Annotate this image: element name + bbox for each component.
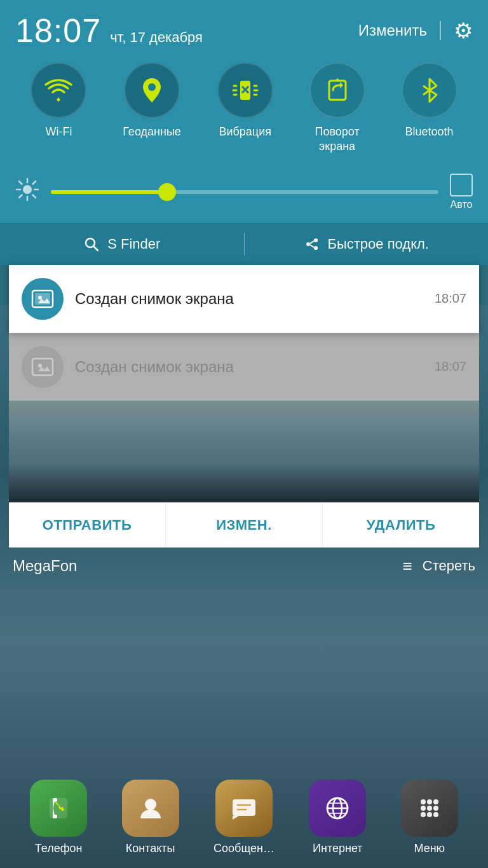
dock-phone[interactable]: Телефон [30,780,87,855]
brightness-thumb[interactable] [158,183,176,201]
svg-point-43 [427,799,432,804]
toggle-geodata[interactable]: Геоданные [123,62,181,139]
dock: Телефон Контакты Сообщен… [0,780,488,855]
date: чт, 17 декабря [110,29,203,46]
finder-row: S Finder Быстрое подкл. [0,223,488,265]
svg-point-42 [421,799,426,804]
svg-point-31 [38,364,42,368]
svg-point-48 [421,812,426,817]
delete-button[interactable]: УДАЛИТЬ [323,503,479,548]
svg-point-50 [433,812,438,817]
notif-time-1: 18:07 [435,291,466,306]
messages-label: Сообщен… [214,842,274,855]
clear-icon: ≡ [403,556,412,576]
svg-point-47 [433,806,438,811]
internet-icon [309,780,366,837]
notif-icon-circle-1 [22,278,64,320]
vibration-icon [231,76,260,105]
messages-icon [215,780,273,837]
svg-point-46 [427,806,432,811]
vibration-label: Вибрация [219,125,271,139]
notif-time-2: 18:07 [435,359,466,374]
rotation-label: Поворотэкрана [315,125,360,155]
brightness-slider[interactable] [51,190,438,194]
carrier-label: MegaFon [13,557,77,575]
edit-button-action[interactable]: ИЗМЕН. [165,503,323,548]
wifi-circle [30,62,86,118]
quick-connect-button[interactable]: Быстрое подкл. [245,223,489,265]
svg-line-21 [93,246,98,251]
svg-rect-10 [329,81,346,100]
geodata-icon [137,76,166,105]
screenshot-icon-2 [31,355,54,378]
action-buttons-row: ОТПРАВИТЬ ИЗМЕН. УДАЛИТЬ [9,502,479,548]
bottom-bar: MegaFon ≡ Стереть [0,548,488,585]
contacts-label: Контакты [126,842,175,855]
dock-internet[interactable]: Интернет [309,780,366,855]
phone-icon [30,780,87,837]
svg-line-16 [19,181,22,184]
notif-icon-circle-2 [22,346,64,388]
clear-all-button[interactable]: ≡ Стереть [403,556,475,576]
svg-line-25 [310,241,314,244]
toggle-wifi[interactable]: Wi-Fi [30,62,86,139]
svg-rect-33 [233,799,255,816]
svg-point-22 [306,242,310,246]
time-date-area: 18:07 чт, 17 декабря [15,11,203,50]
svg-point-24 [314,246,318,250]
rotation-circle [309,62,365,118]
notif-text-2: Создан снимок экрана [75,358,423,376]
menu-label: Меню [414,842,445,855]
internet-label: Интернет [313,842,363,855]
s-finder-label: S Finder [107,236,160,252]
auto-brightness-button[interactable]: Авто [450,174,473,210]
svg-point-32 [145,799,156,810]
rotation-icon [323,76,352,105]
screenshot-icon-1 [31,287,54,310]
auto-label: Авто [451,199,473,210]
clear-label: Стереть [423,558,475,574]
status-right: Изменить ⚙ [358,18,473,43]
brightness-icon [15,177,39,207]
svg-line-17 [33,195,36,198]
toggle-vibration[interactable]: Вибрация [217,62,273,139]
bluetooth-circle [402,62,458,118]
notif-title-2: Создан снимок экрана [75,358,234,375]
toggle-rotation[interactable]: Поворотэкрана [309,62,365,155]
quick-connect-icon [304,236,320,252]
quick-connect-label: Быстрое подкл. [328,236,429,252]
search-icon [83,236,100,252]
svg-line-18 [33,181,36,184]
status-bar: 18:07 чт, 17 декабря Изменить ⚙ [0,0,488,56]
send-button[interactable]: ОТПРАВИТЬ [9,503,165,548]
toggle-bluetooth[interactable]: Bluetooth [402,62,458,139]
svg-point-45 [421,806,426,811]
svg-point-0 [148,83,156,91]
brightness-row: Авто [0,167,488,223]
vibration-circle [217,62,273,118]
brightness-fill [51,190,167,194]
notif-title-1: Создан снимок экрана [75,290,234,307]
phone-label: Телефон [35,842,83,855]
wifi-icon [44,76,73,105]
svg-rect-30 [32,359,53,375]
wifi-label: Wi-Fi [45,125,72,139]
status-divider [440,21,441,40]
settings-icon[interactable]: ⚙ [454,18,473,43]
dock-messages[interactable]: Сообщен… [214,780,274,855]
bluetooth-icon [415,76,444,105]
svg-point-11 [23,185,32,194]
svg-line-19 [19,195,22,198]
auto-square-icon [450,174,473,196]
svg-point-49 [427,812,432,817]
dock-menu[interactable]: Меню [401,780,458,855]
notification-item-1[interactable]: Создан снимок экрана 18:07 [9,265,479,333]
menu-icon [401,780,458,837]
svg-line-26 [310,245,314,247]
geodata-circle [124,62,180,118]
dock-contacts[interactable]: Контакты [122,780,179,855]
bluetooth-label: Bluetooth [405,125,453,139]
svg-point-44 [433,799,438,804]
s-finder-button[interactable]: S Finder [0,223,244,265]
edit-button[interactable]: Изменить [358,22,427,39]
